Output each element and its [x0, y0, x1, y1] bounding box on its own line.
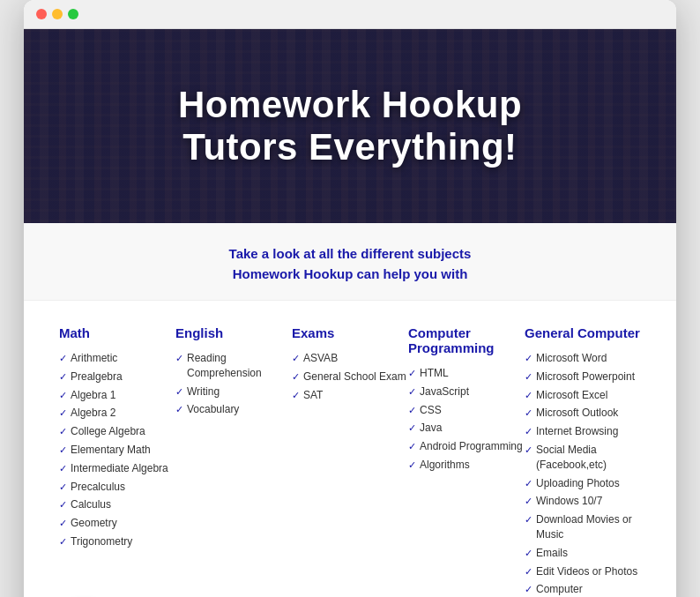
- list-item-label: Microsoft Excel: [536, 388, 607, 403]
- list-item-label: Algebra 2: [71, 406, 115, 421]
- check-icon: ✓: [59, 498, 67, 511]
- list-item-label: Microsoft Word: [536, 351, 607, 366]
- maximize-button-dot[interactable]: [68, 9, 78, 19]
- check-icon: ✓: [525, 583, 532, 596]
- subject-heading-exams: Exams: [292, 325, 408, 340]
- check-icon: ✓: [59, 425, 67, 438]
- list-item-label: Elementary Math: [71, 443, 151, 458]
- list-item-label: Algebra 1: [71, 388, 115, 403]
- check-icon: ✓: [525, 477, 532, 490]
- list-item: ✓Arithmetic: [59, 351, 175, 366]
- check-icon: ✓: [59, 444, 67, 457]
- list-item: ✓Trigonometry: [59, 534, 175, 549]
- list-item-label: Writing: [187, 384, 220, 399]
- list-item: ✓Emails: [525, 546, 641, 561]
- check-icon: ✓: [525, 425, 532, 438]
- list-item-label: Geometry: [71, 516, 117, 531]
- list-item: ✓Algebra 1: [59, 388, 175, 403]
- list-item-label: College Algebra: [71, 424, 145, 439]
- hero-line1: Homework Hookup: [178, 84, 522, 126]
- check-icon: ✓: [292, 370, 300, 384]
- check-icon: ✓: [525, 444, 532, 457]
- subject-list-general-computer: ✓Microsoft Word✓Microsoft Powerpoint✓Mic…: [525, 351, 641, 597]
- check-icon: ✓: [59, 481, 67, 494]
- check-icon: ✓: [525, 495, 532, 508]
- list-item: ✓SAT: [292, 388, 408, 403]
- list-item-label: CSS: [420, 403, 442, 418]
- check-icon: ✓: [59, 389, 67, 402]
- close-button-dot[interactable]: [36, 9, 47, 19]
- list-item-label: Uploading Photos: [536, 476, 620, 491]
- list-item: ✓Windows 10/7: [525, 494, 641, 509]
- list-item-label: Precalculus: [71, 480, 125, 495]
- list-item: ✓Android Programming: [408, 439, 525, 454]
- check-icon: ✓: [525, 370, 532, 384]
- check-icon: ✓: [408, 367, 416, 380]
- list-item: ✓Writing: [175, 384, 292, 399]
- list-item: ✓Reading Comprehension: [175, 351, 292, 381]
- list-item: ✓ASVAB: [292, 351, 408, 366]
- check-icon: ✓: [292, 352, 300, 365]
- list-item: ✓Microsoft Word: [525, 351, 641, 366]
- subject-heading-general-computer: General Computer: [525, 325, 641, 340]
- list-item: ✓Vocabulary: [175, 402, 292, 417]
- list-item-label: Trigonometry: [71, 534, 132, 549]
- check-icon: ✓: [59, 352, 67, 365]
- hero-line2: Tutors Everything!: [178, 126, 522, 168]
- list-item: ✓Microsoft Outlook: [525, 406, 641, 421]
- list-item: ✓Java: [408, 421, 525, 436]
- list-item: ✓Algorithms: [408, 458, 525, 473]
- check-icon: ✓: [59, 370, 67, 384]
- check-icon: ✓: [175, 403, 183, 416]
- list-item: ✓JavaScript: [408, 384, 525, 399]
- check-icon: ✓: [292, 389, 300, 402]
- list-item-label: Emails: [536, 546, 568, 561]
- minimize-button-dot[interactable]: [52, 9, 63, 19]
- subject-col-exams: Exams✓ASVAB✓General School Exam✓SAT: [292, 325, 408, 597]
- check-icon: ✓: [59, 517, 67, 530]
- check-icon: ✓: [525, 389, 532, 402]
- list-item: ✓Precalculus: [59, 480, 175, 495]
- list-item: ✓Calculus: [59, 497, 175, 512]
- list-item: ✓Download Movies or Music: [525, 512, 641, 542]
- list-item-label: Intermediate Algebra: [71, 461, 168, 476]
- list-item-label: HTML: [420, 366, 449, 381]
- browser-titlebar: [24, 0, 676, 29]
- list-item-label: Internet Browsing: [536, 424, 618, 439]
- check-icon: ✓: [408, 404, 416, 417]
- check-icon: ✓: [525, 565, 532, 578]
- list-item-label: ASVAB: [303, 351, 338, 366]
- list-item-label: Microsoft Outlook: [536, 406, 618, 421]
- subject-list-exams: ✓ASVAB✓General School Exam✓SAT: [292, 351, 408, 402]
- list-item-label: SAT: [303, 388, 323, 403]
- list-item-label: Computer Maintenance: [536, 582, 641, 597]
- list-item-label: Edit Videos or Photos: [536, 564, 637, 579]
- list-item: ✓Internet Browsing: [525, 424, 641, 439]
- subtitle-section: Take a look at all the different subject…: [24, 223, 676, 301]
- subject-list-computer-programming: ✓HTML✓JavaScript✓CSS✓Java✓Android Progra…: [408, 366, 525, 473]
- check-icon: ✓: [525, 547, 532, 560]
- list-item: ✓Prealgebra: [59, 369, 175, 384]
- list-item-label: Java: [420, 421, 442, 436]
- subtitle-line2: Homework Hookup can help you with: [41, 265, 659, 285]
- subject-col-computer-programming: Computer Programming✓HTML✓JavaScript✓CSS…: [408, 325, 525, 597]
- check-icon: ✓: [525, 407, 532, 420]
- list-item-label: JavaScript: [420, 384, 469, 399]
- browser-window: Homework Hookup Tutors Everything! Take …: [24, 0, 676, 597]
- list-item-label: Android Programming: [420, 439, 523, 454]
- check-icon: ✓: [59, 535, 67, 548]
- subject-list-math: ✓Arithmetic✓Prealgebra✓Algebra 1✓Algebra…: [59, 351, 175, 549]
- list-item: ✓College Algebra: [59, 424, 175, 439]
- subjects-section: Math✓Arithmetic✓Prealgebra✓Algebra 1✓Alg…: [24, 301, 676, 597]
- list-item-label: Vocabulary: [187, 402, 239, 417]
- list-item-label: Prealgebra: [71, 369, 123, 384]
- list-item-label: Arithmetic: [71, 351, 117, 366]
- list-item: ✓Elementary Math: [59, 443, 175, 458]
- subtitle-text: Take a look at all the different subject…: [41, 244, 659, 284]
- list-item: ✓Geometry: [59, 516, 175, 531]
- subject-list-english: ✓Reading Comprehension✓Writing✓Vocabular…: [175, 351, 292, 417]
- list-item: ✓Algebra 2: [59, 406, 175, 421]
- check-icon: ✓: [59, 407, 67, 420]
- list-item-label: Windows 10/7: [536, 494, 602, 509]
- hero-text: Homework Hookup Tutors Everything!: [178, 84, 522, 169]
